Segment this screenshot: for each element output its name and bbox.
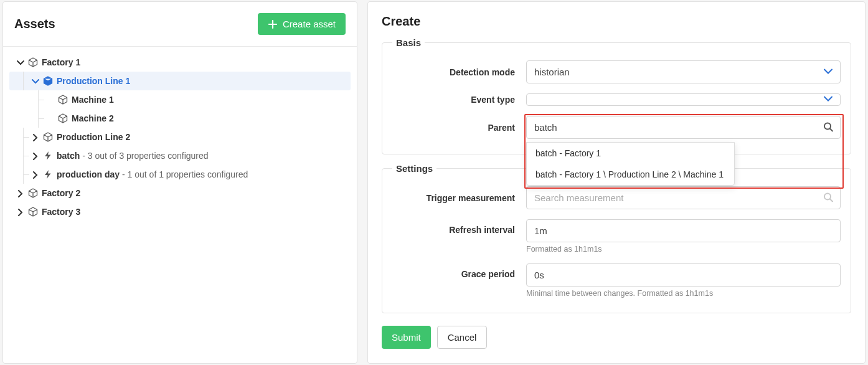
tree-label: Factory 3	[42, 207, 80, 217]
row-parent: Parent batch - Factory 1 batch - Factory…	[392, 111, 841, 144]
cube-icon	[28, 57, 38, 67]
row-refresh-interval: Refresh interval Formatted as 1h1m1s	[392, 214, 841, 258]
search-icon	[823, 121, 833, 133]
settings-legend: Settings	[392, 163, 436, 174]
chevron-right-icon[interactable]	[16, 189, 24, 197]
bolt-icon	[43, 169, 53, 179]
basis-legend: Basis	[392, 37, 425, 48]
settings-fieldset: Settings Trigger measurement Refresh int…	[382, 163, 851, 313]
cube-icon	[28, 188, 38, 198]
tree-label: Machine 2	[72, 113, 114, 123]
chevron-right-icon[interactable]	[31, 133, 39, 141]
chevron-down-icon[interactable]	[16, 58, 24, 67]
cube-icon	[58, 113, 68, 123]
chevron-right-icon[interactable]	[31, 151, 39, 160]
dropdown-option[interactable]: batch - Factory 1 \ Production Line 2 \ …	[527, 164, 734, 185]
dropdown-option[interactable]: batch - Factory 1	[527, 143, 734, 164]
detection-mode-label: Detection mode	[392, 67, 526, 77]
create-panel: Create Basis Detection mode historian Ev…	[367, 1, 866, 364]
parent-input[interactable]	[526, 116, 841, 139]
assets-panel: Assets Create asset Factory 1 Production…	[2, 1, 357, 364]
chevron-down-icon	[823, 94, 833, 106]
asset-tree: Factory 1 Production Line 1 Machine 1 Ma…	[3, 47, 357, 227]
tree-item-batch[interactable]: batch - 3 out of 3 properties configured	[9, 146, 351, 165]
refresh-interval-label: Refresh interval	[392, 219, 526, 235]
cube-icon	[58, 95, 68, 105]
row-event-type: Event type	[392, 88, 841, 111]
event-type-label: Event type	[392, 95, 526, 105]
chevron-right-icon[interactable]	[31, 170, 39, 179]
create-title: Create	[368, 2, 865, 37]
tree-label: Machine 1	[72, 95, 114, 105]
chevron-down-icon[interactable]	[31, 77, 39, 85]
tree-item-machine-2[interactable]: Machine 2	[9, 109, 351, 128]
cube-icon	[43, 132, 53, 142]
assets-title: Assets	[14, 17, 55, 31]
tree-label: Production Line 1	[57, 76, 130, 86]
form-actions: Submit Cancel	[368, 322, 865, 360]
tree-label: Production Line 2	[57, 132, 130, 142]
refresh-interval-help: Formatted as 1h1m1s	[526, 245, 841, 254]
trigger-measurement-input[interactable]	[526, 186, 841, 209]
tree-item-factory-1[interactable]: Factory 1	[9, 53, 351, 72]
basis-fieldset: Basis Detection mode historian Event typ…	[382, 37, 851, 154]
cancel-button[interactable]: Cancel	[437, 326, 488, 349]
assets-header: Assets Create asset	[3, 2, 357, 47]
tree-item-factory-2[interactable]: Factory 2	[9, 184, 351, 202]
tree-label: Factory 1	[42, 57, 80, 67]
create-asset-button[interactable]: Create asset	[258, 13, 346, 35]
detection-mode-value: historian	[534, 67, 570, 77]
grace-period-input[interactable]	[526, 263, 841, 287]
chevron-right-icon[interactable]	[16, 207, 24, 216]
tree-item-production-line-1[interactable]: Production Line 1	[9, 72, 351, 90]
plus-icon	[268, 19, 278, 29]
row-grace-period: Grace period Minimal time between change…	[392, 258, 841, 303]
detection-mode-select[interactable]: historian	[526, 60, 841, 83]
event-type-select[interactable]	[526, 93, 841, 106]
tree-label: Factory 2	[42, 188, 80, 198]
submit-label: Submit	[392, 332, 421, 343]
grace-period-help: Minimal time between changes. Formatted …	[526, 289, 841, 298]
tree-item-production-line-2[interactable]: Production Line 2	[9, 128, 351, 146]
tree-item-production-day[interactable]: production day - 1 out of 1 properties c…	[9, 165, 351, 184]
row-trigger-measurement: Trigger measurement	[392, 181, 841, 214]
create-asset-label: Create asset	[283, 19, 336, 29]
tree-item-factory-3[interactable]: Factory 3	[9, 202, 351, 221]
bolt-icon	[43, 151, 53, 161]
search-icon	[823, 192, 833, 204]
tree-label: production day - 1 out of 1 properties c…	[57, 169, 248, 179]
submit-button[interactable]: Submit	[382, 326, 431, 349]
cube-icon	[43, 76, 53, 86]
row-detection-mode: Detection mode historian	[392, 55, 841, 88]
cancel-label: Cancel	[448, 332, 477, 343]
grace-period-label: Grace period	[392, 263, 526, 279]
chevron-down-icon	[823, 66, 833, 78]
cube-icon	[28, 207, 38, 217]
tree-label: batch - 3 out of 3 properties configured	[57, 151, 209, 161]
tree-item-machine-1[interactable]: Machine 1	[9, 90, 351, 109]
parent-dropdown: batch - Factory 1 batch - Factory 1 \ Pr…	[526, 142, 735, 186]
trigger-measurement-label: Trigger measurement	[392, 193, 526, 203]
refresh-interval-input[interactable]	[526, 219, 841, 242]
parent-label: Parent	[392, 123, 526, 133]
